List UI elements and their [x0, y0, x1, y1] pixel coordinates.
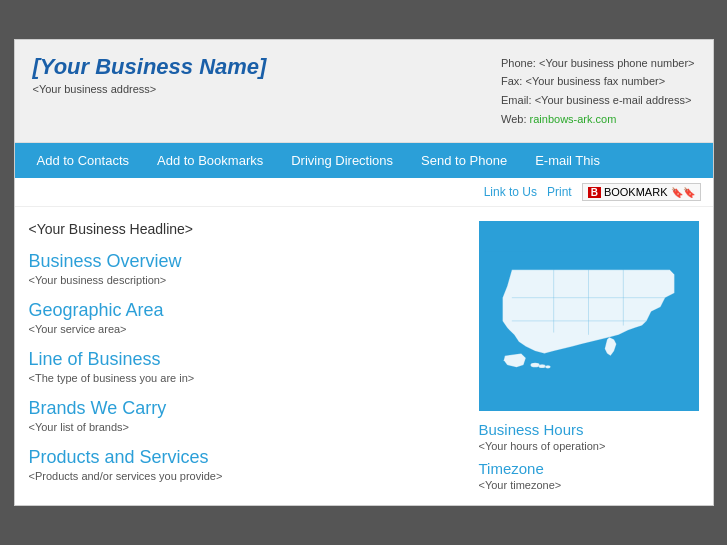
section-desc-2: <The type of business you are in> — [29, 372, 459, 384]
section-title-2: Line of Business — [29, 349, 459, 370]
section-desc-1: <Your service area> — [29, 323, 459, 335]
business-address: <Your business address> — [33, 83, 267, 95]
fax-line: Fax: <Your business fax number> — [501, 72, 694, 91]
section-desc-4: <Products and/or services you provide> — [29, 470, 459, 482]
nav-email-this[interactable]: E-mail This — [521, 143, 614, 178]
print-link[interactable]: Print — [547, 185, 572, 199]
web-line: Web: rainbows-ark.com — [501, 110, 694, 129]
left-column: <Your Business Headline> Business Overvi… — [29, 221, 479, 491]
section-desc-0: <Your business description> — [29, 274, 459, 286]
header-right: Phone: <Your business phone number> Fax:… — [501, 54, 694, 129]
main-content: <Your Business Headline> Business Overvi… — [15, 207, 713, 505]
svg-point-1 — [530, 363, 539, 368]
web-url-link[interactable]: rainbows-ark.com — [530, 113, 617, 125]
web-label: Web: — [501, 113, 530, 125]
section-desc-3: <Your list of brands> — [29, 421, 459, 433]
utility-bar: Link to Us Print B BOOKMARK 🔖🔖 — [15, 178, 713, 207]
map-svg — [484, 226, 693, 407]
right-column: Business Hours <Your hours of operation>… — [479, 221, 699, 491]
svg-point-2 — [539, 364, 546, 368]
bookmark-label: BOOKMARK — [604, 186, 668, 198]
bookmark-icon-label: B — [588, 187, 601, 198]
bookmark-icons: 🔖🔖 — [671, 187, 695, 198]
right-section-desc-0: <Your hours of operation> — [479, 440, 699, 452]
header: [Your Business Name] <Your business addr… — [15, 40, 713, 144]
right-section-title-1: Timezone — [479, 460, 699, 477]
nav-send-to-phone[interactable]: Send to Phone — [407, 143, 521, 178]
nav-add-to-bookmarks[interactable]: Add to Bookmarks — [143, 143, 277, 178]
us-map — [479, 221, 699, 411]
section-title-1: Geographic Area — [29, 300, 459, 321]
email-line: Email: <Your business e-mail address> — [501, 91, 694, 110]
svg-point-3 — [545, 365, 551, 368]
nav-driving-directions[interactable]: Driving Directions — [277, 143, 407, 178]
navbar: Add to Contacts Add to Bookmarks Driving… — [15, 143, 713, 178]
right-section-title-0: Business Hours — [479, 421, 699, 438]
header-left: [Your Business Name] <Your business addr… — [33, 54, 267, 95]
section-title-4: Products and Services — [29, 447, 459, 468]
business-name: [Your Business Name] — [33, 54, 267, 80]
right-section-desc-1: <Your timezone> — [479, 479, 699, 491]
page-wrapper: [Your Business Name] <Your business addr… — [14, 39, 714, 507]
nav-add-to-contacts[interactable]: Add to Contacts — [23, 143, 144, 178]
business-headline: <Your Business Headline> — [29, 221, 459, 237]
section-title-3: Brands We Carry — [29, 398, 459, 419]
section-title-0: Business Overview — [29, 251, 459, 272]
bookmark-button[interactable]: B BOOKMARK 🔖🔖 — [582, 183, 701, 201]
link-to-us[interactable]: Link to Us — [484, 185, 537, 199]
phone-line: Phone: <Your business phone number> — [501, 54, 694, 73]
